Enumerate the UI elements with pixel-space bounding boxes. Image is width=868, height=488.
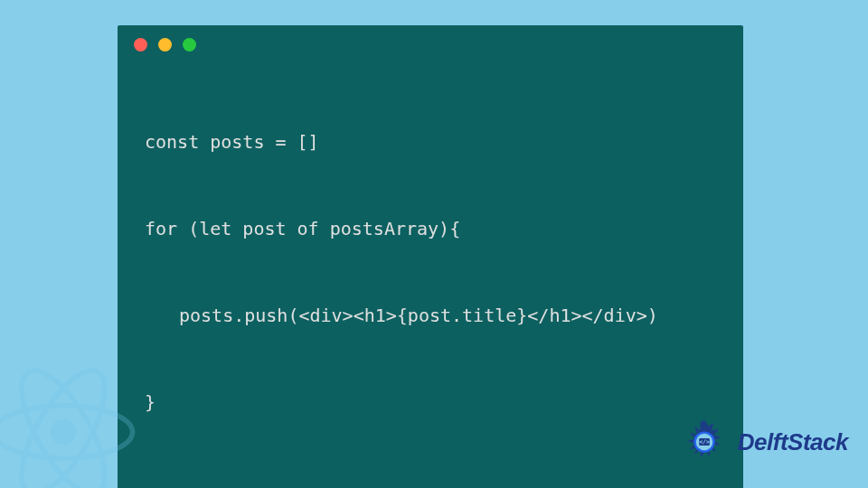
code-line-3: posts.push(<div><h1>{post.title}</h1></d… <box>145 301 716 330</box>
react-logo-watermark <box>0 360 136 488</box>
close-icon <box>134 38 147 52</box>
minimize-icon <box>158 38 172 52</box>
svg-point-0 <box>51 419 77 446</box>
code-window: const posts = [] for (let post of postsA… <box>118 25 743 488</box>
window-controls <box>118 25 743 61</box>
code-line-2: for (let post of postsArray){ <box>145 214 716 243</box>
svg-text:</>: </> <box>699 438 710 446</box>
brand-name: DelftStack <box>738 428 848 456</box>
code-line-1: const posts = [] <box>145 127 716 156</box>
maximize-icon <box>183 38 196 52</box>
code-block: const posts = [] for (let post of postsA… <box>118 61 743 488</box>
code-line-4: } <box>145 388 716 417</box>
brand-logo-icon: </> <box>678 416 731 468</box>
brand-container: </> DelftStack <box>678 416 848 468</box>
